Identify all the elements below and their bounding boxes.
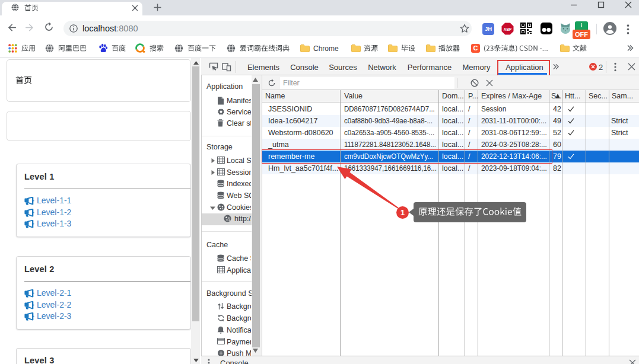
svg-text:ABP: ABP (504, 27, 511, 31)
